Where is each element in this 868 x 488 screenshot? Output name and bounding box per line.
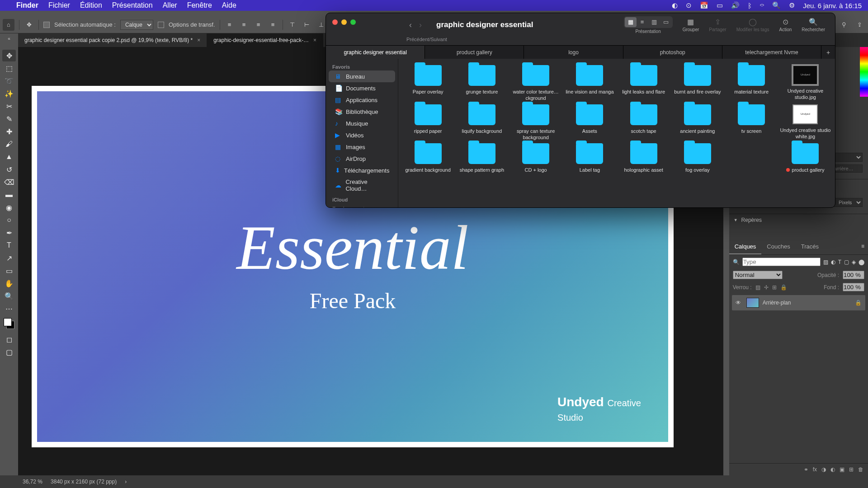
icon-view-icon[interactable]: ▦ bbox=[625, 17, 637, 27]
home-icon[interactable]: ⌂ bbox=[3, 19, 14, 31]
file-item[interactable]: ripped paper bbox=[402, 104, 454, 141]
file-item[interactable]: holographic asset bbox=[618, 143, 670, 173]
filter-smart-icon[interactable]: ◈ bbox=[852, 259, 856, 265]
crop-tool-icon[interactable]: ✂ bbox=[2, 100, 16, 112]
link-layers-icon[interactable]: ⚭ bbox=[804, 466, 808, 473]
menubar-datetime[interactable]: Jeu. 6 janv. à 16:15 bbox=[803, 2, 862, 9]
new-layer-icon[interactable]: ⊞ bbox=[849, 466, 854, 473]
panel-menu-icon[interactable]: ≡ bbox=[858, 239, 868, 254]
tab-paths[interactable]: Tracés bbox=[796, 239, 824, 254]
file-item[interactable]: shape pattern graph bbox=[456, 143, 508, 173]
sidebar-item[interactable]: ◌AirDrop bbox=[329, 153, 395, 164]
edit-tags-button[interactable]: ◯Modifier les tags bbox=[733, 18, 773, 32]
finder-tab[interactable]: product gallery bbox=[425, 46, 524, 59]
menu-file[interactable]: Fichier bbox=[48, 1, 70, 9]
transform-checkbox[interactable] bbox=[158, 22, 164, 28]
fx-icon[interactable]: fx bbox=[813, 466, 817, 473]
sidebar-item[interactable]: ▤Applications bbox=[329, 94, 395, 106]
menu-view[interactable]: Présentation bbox=[112, 1, 153, 9]
bluetooth-icon[interactable]: ᛒ bbox=[748, 2, 752, 9]
file-item[interactable]: burnt and fire overlay bbox=[671, 65, 723, 102]
dodge-tool-icon[interactable]: ○ bbox=[2, 214, 16, 226]
file-item[interactable]: product gallery bbox=[779, 143, 831, 173]
auto-select-dropdown[interactable]: Calque bbox=[120, 20, 153, 30]
history-brush-icon[interactable]: ↺ bbox=[2, 164, 16, 175]
filter-image-icon[interactable]: ▨ bbox=[823, 259, 828, 265]
quickmask-icon[interactable]: ◻ bbox=[2, 333, 16, 345]
units-dropdown[interactable]: Pixels bbox=[834, 198, 863, 207]
color-swatch[interactable] bbox=[4, 318, 14, 329]
file-item[interactable]: fog overlay bbox=[671, 143, 723, 173]
screenmode-icon[interactable]: ▢ bbox=[2, 346, 16, 358]
control-center-icon[interactable]: ⚙ bbox=[789, 1, 795, 9]
shape-tool-icon[interactable]: ▭ bbox=[2, 265, 16, 277]
search-icon[interactable]: 🔍 bbox=[733, 259, 740, 265]
file-item[interactable]: light leaks and flare bbox=[618, 65, 670, 102]
column-view-icon[interactable]: ▥ bbox=[648, 17, 660, 27]
gallery-view-icon[interactable]: ▭ bbox=[660, 17, 672, 27]
share-button[interactable]: ⇪Partager bbox=[705, 18, 730, 32]
sidebar-item[interactable]: ▦Images bbox=[329, 141, 395, 153]
pen-tool-icon[interactable]: ✒ bbox=[2, 227, 16, 239]
sidebar-item[interactable]: 🖥Bureau bbox=[329, 70, 395, 82]
file-item[interactable]: ancient painting bbox=[671, 104, 723, 141]
mask-icon[interactable]: ◑ bbox=[821, 466, 826, 473]
file-item[interactable]: grunge texture bbox=[456, 65, 508, 102]
file-item[interactable]: spray can texture background bbox=[510, 104, 562, 141]
align-justify-icon[interactable]: ≡ bbox=[268, 20, 278, 30]
export-icon[interactable]: ⇪ bbox=[854, 19, 865, 31]
menu-edit[interactable]: Édition bbox=[80, 1, 102, 9]
volume-icon[interactable]: 🔊 bbox=[731, 1, 740, 9]
align-bottom-icon[interactable]: ⊥ bbox=[316, 20, 326, 30]
healing-tool-icon[interactable]: ✚ bbox=[2, 126, 16, 137]
adjustment-icon[interactable]: ◐ bbox=[830, 466, 835, 473]
eraser-tool-icon[interactable]: ⌫ bbox=[2, 176, 16, 188]
stamp-tool-icon[interactable]: ▲ bbox=[2, 151, 16, 163]
finder-tab[interactable]: photoshop bbox=[623, 46, 722, 59]
search-icon[interactable]: ⚲ bbox=[838, 19, 850, 31]
list-view-icon[interactable]: ≡ bbox=[637, 17, 648, 27]
hand-tool-icon[interactable]: ✋ bbox=[2, 277, 16, 289]
finder-tab[interactable]: graphic designer essential bbox=[326, 46, 425, 59]
brush-tool-icon[interactable]: 🖌 bbox=[2, 138, 16, 150]
opacity-input[interactable] bbox=[843, 271, 864, 279]
file-item[interactable]: tv screen bbox=[726, 104, 778, 141]
sidebar-item[interactable]: ⬇Téléchargements bbox=[329, 164, 395, 176]
auto-select-checkbox[interactable] bbox=[43, 22, 50, 28]
visibility-icon[interactable]: 👁 bbox=[736, 300, 743, 306]
status-menu-icon[interactable]: › bbox=[125, 479, 127, 485]
maximize-window-icon[interactable] bbox=[350, 19, 356, 25]
document-tab[interactable]: graphic-designer-essential-free-pack-… × bbox=[207, 33, 323, 47]
wifi-icon[interactable]: ⌔ bbox=[760, 2, 764, 9]
action-button[interactable]: ⊙Action bbox=[776, 18, 796, 32]
color-picker-strip[interactable] bbox=[860, 47, 868, 97]
type-tool-icon[interactable]: T bbox=[2, 239, 16, 251]
status-icon[interactable]: ⊙ bbox=[686, 1, 692, 9]
layer-filter-input[interactable] bbox=[742, 258, 821, 266]
filter-shape-icon[interactable]: ▢ bbox=[844, 259, 849, 265]
fill-input[interactable] bbox=[843, 283, 864, 291]
status-icon[interactable]: ◐ bbox=[672, 1, 678, 9]
file-item[interactable]: CD + logo bbox=[510, 143, 562, 173]
wand-tool-icon[interactable]: ✨ bbox=[2, 88, 16, 99]
layer-thumbnail[interactable] bbox=[746, 298, 759, 308]
path-tool-icon[interactable]: ↗ bbox=[2, 252, 16, 264]
new-tab-icon[interactable]: + bbox=[821, 46, 835, 59]
calendar-icon[interactable]: 📅 bbox=[700, 1, 708, 9]
sidebar-item[interactable]: 📚Bibliothèque bbox=[329, 106, 395, 117]
blend-mode-dropdown[interactable]: Normal bbox=[733, 271, 783, 279]
sidebar-item[interactable]: ♪Musique bbox=[329, 117, 395, 129]
align-left-icon[interactable]: ≡ bbox=[225, 20, 235, 30]
lock-all-icon[interactable]: 🔒 bbox=[780, 284, 787, 291]
file-item[interactable]: line vision and manga bbox=[564, 65, 616, 102]
zoom-level[interactable]: 36,72 % bbox=[23, 479, 42, 485]
file-item[interactable]: material texture bbox=[726, 65, 778, 102]
files-grid[interactable]: Paper overlaygrunge texturewater color t… bbox=[398, 59, 835, 207]
file-item[interactable]: water color texture…ckground bbox=[510, 65, 562, 102]
align-center-icon[interactable]: ≡ bbox=[239, 20, 249, 30]
gradient-tool-icon[interactable]: ▬ bbox=[2, 189, 16, 201]
file-item[interactable]: Assets bbox=[564, 104, 616, 141]
sidebar-item[interactable]: ☁Creative Cloud… bbox=[329, 176, 395, 194]
group-button[interactable]: ▦Grouper bbox=[679, 18, 703, 32]
file-item[interactable]: Paper overlay bbox=[402, 65, 454, 102]
